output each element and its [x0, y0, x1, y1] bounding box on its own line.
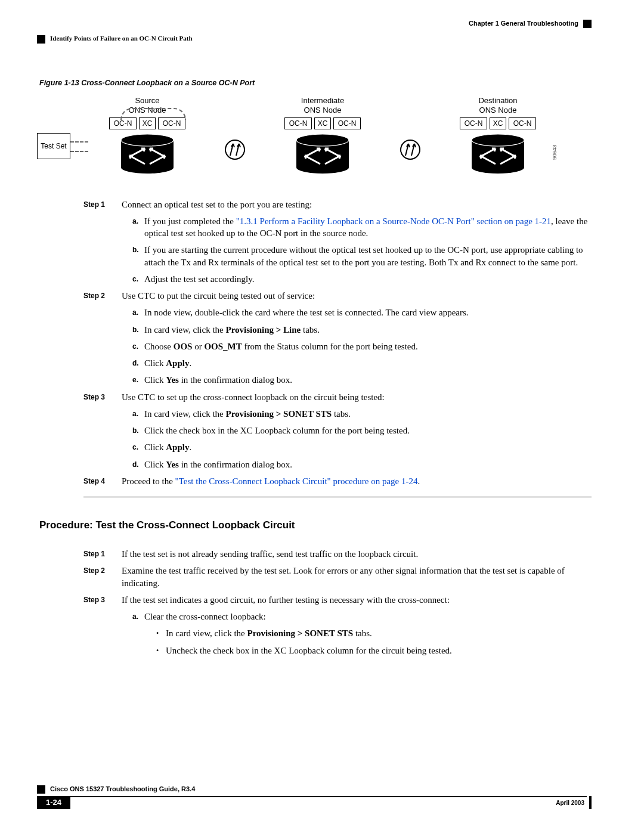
xref-link[interactable]: "Test the Cross-Connect Loopback Circuit… — [175, 476, 418, 486]
option-value: OOS — [174, 342, 193, 351]
router-icon — [294, 133, 351, 175]
substep-text: tabs. — [301, 325, 320, 335]
amplifier-icon — [400, 139, 421, 160]
test-set-box: Test Set — [37, 133, 70, 159]
step-label: Step 4 — [83, 475, 122, 486]
bullet-text: In card view, click the — [166, 628, 247, 638]
option-value: OOS_MT — [204, 342, 242, 351]
substep-text: In card view, click the — [144, 409, 225, 419]
ui-path: Provisioning > SONET STS — [225, 409, 332, 419]
substep-text: Click — [144, 375, 166, 385]
step-text: Connect an optical test set to the port … — [122, 200, 312, 209]
xc-cell: XC — [314, 117, 331, 129]
bullet-text: Uncheck the check box in the XC Loopback… — [166, 645, 452, 657]
footer-marker-icon — [37, 785, 45, 794]
steps-block-1: Step 1 Connect an optical test set to th… — [83, 199, 592, 488]
substep-text: Choose — [144, 342, 174, 351]
step-2: Step 2 Use CTC to put the circuit being … — [83, 290, 592, 386]
substep-text: In card view, click the — [144, 325, 225, 335]
step-label: Step 3 — [83, 391, 122, 402]
procedure-heading: Procedure: Test the Cross-Connect Loopba… — [39, 519, 592, 532]
amplifier-icon — [224, 139, 246, 160]
step-2: Step 2 Examine the test traffic received… — [83, 565, 592, 589]
step-text: Use CTC to set up the cross-connect loop… — [122, 392, 385, 402]
router-icon — [469, 133, 527, 175]
ocn-cell: OC-N — [509, 117, 536, 129]
step-text: If the test set indicates a good circuit… — [122, 595, 450, 605]
substep-text: Adjust the test set accordingly. — [144, 273, 592, 285]
button-name: Yes — [166, 375, 179, 385]
svg-point-7 — [296, 162, 349, 174]
substep-text: . — [189, 442, 191, 452]
figure-id: 90643 — [551, 145, 558, 160]
substep-text: Click — [144, 460, 166, 469]
step-label: Step 2 — [83, 290, 122, 301]
step-label: Step 3 — [83, 594, 122, 605]
page-footer: Cisco ONS 15327 Troubleshooting Guide, R… — [37, 785, 592, 809]
step-1: Step 1 Connect an optical test set to th… — [83, 199, 592, 286]
substep-text: In node view, double-click the card wher… — [144, 306, 592, 318]
section-rule — [83, 497, 592, 497]
substep-text: Click — [144, 442, 166, 452]
chapter-label: Chapter 1 General Troubleshooting — [469, 19, 592, 28]
substep-text: or — [192, 342, 204, 351]
ocn-cell: OC-N — [460, 117, 487, 129]
svg-point-2 — [121, 162, 174, 174]
substep-text: from the Status column for the port bein… — [242, 342, 418, 351]
step-text: . — [417, 476, 420, 486]
step-label: Step 2 — [83, 565, 122, 575]
step-1: Step 1 If the test set is not already se… — [83, 548, 592, 560]
button-name: Apply — [166, 442, 189, 452]
substep-text: tabs. — [332, 409, 351, 419]
step-3: Step 3 If the test set indicates a good … — [83, 594, 592, 657]
footer-end-icon — [589, 796, 592, 809]
substep-text: . — [189, 358, 191, 368]
running-header: Chapter 1 General Troubleshooting — [37, 19, 592, 28]
step-text: If the test set is not already sending t… — [122, 548, 592, 560]
svg-point-12 — [472, 162, 524, 174]
footer-date: April 2003 — [556, 799, 584, 807]
substep-text: Clear the cross-connect loopback: — [144, 612, 266, 621]
step-text: Examine the test traffic received by the… — [122, 565, 592, 589]
svg-point-4 — [225, 140, 244, 159]
intermediate-node-title: Intermediate ONS Node — [258, 96, 388, 114]
figure-1-13: Test Set Source ONS Node OC-N XC OC-N — [37, 96, 556, 174]
steps-block-2: Step 1 If the test set is not already se… — [83, 548, 592, 657]
bullet-text: tabs. — [353, 628, 372, 638]
figure-caption: Figure 1-13 Cross-Connect Loopback on a … — [39, 78, 592, 88]
ui-path: Provisioning > SONET STS — [247, 628, 353, 638]
step-4: Step 4 Proceed to the "Test the Cross-Co… — [83, 475, 592, 487]
step-3: Step 3 Use CTC to set up the cross-conne… — [83, 391, 592, 470]
substep-text: Click — [144, 358, 166, 368]
router-icon — [119, 133, 176, 175]
step-text: Proceed to the — [122, 476, 175, 486]
substep-text: in the confirmation dialog box. — [179, 460, 292, 469]
ui-path: Provisioning > Line — [225, 325, 301, 335]
ocn-cell: OC-N — [284, 117, 312, 129]
substep-text: If you are starting the current procedur… — [144, 244, 592, 268]
substep-text: Click the check box in the XC Loopback c… — [144, 425, 592, 436]
xref-link[interactable]: "1.3.1 Perform a Facility Loopback on a … — [236, 216, 551, 226]
xc-cell: XC — [490, 117, 506, 129]
book-title: Cisco ONS 15327 Troubleshooting Guide, R… — [50, 785, 195, 794]
button-name: Apply — [166, 358, 189, 368]
step-label: Step 1 — [83, 548, 122, 559]
destination-node-title: Destination ONS Node — [433, 96, 563, 114]
ocn-cell: OC-N — [333, 117, 361, 129]
substep-text: in the confirmation dialog box. — [179, 375, 292, 385]
page-number: 1-24 — [37, 796, 70, 809]
step-text: Use CTC to put the circuit being tested … — [122, 291, 315, 301]
button-name: Yes — [166, 460, 179, 469]
step-label: Step 1 — [83, 199, 122, 209]
substep-text: If you just completed the — [144, 216, 236, 226]
intermediate-node: Intermediate ONS Node OC-N XC OC-N — [258, 96, 388, 174]
svg-point-9 — [401, 140, 420, 159]
section-label: Identify Points of Failure on an OC-N Ci… — [37, 34, 592, 43]
destination-node: Destination ONS Node OC-N XC OC-N — [433, 96, 563, 174]
